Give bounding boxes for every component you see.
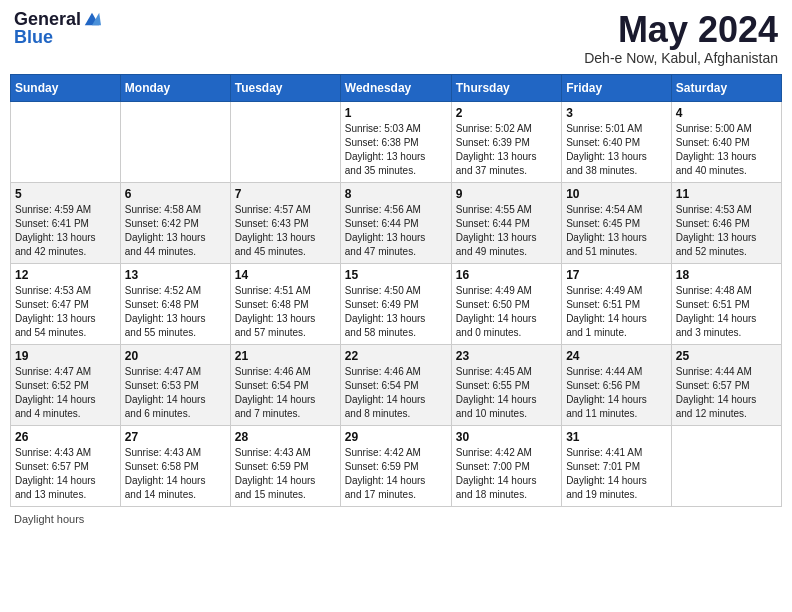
calendar-cell — [120, 101, 230, 182]
day-info: Sunrise: 4:45 AM Sunset: 6:55 PM Dayligh… — [456, 365, 557, 421]
calendar-cell: 8Sunrise: 4:56 AM Sunset: 6:44 PM Daylig… — [340, 182, 451, 263]
day-number: 21 — [235, 349, 336, 363]
calendar-cell: 7Sunrise: 4:57 AM Sunset: 6:43 PM Daylig… — [230, 182, 340, 263]
calendar-cell: 18Sunrise: 4:48 AM Sunset: 6:51 PM Dayli… — [671, 263, 781, 344]
day-info: Sunrise: 4:46 AM Sunset: 6:54 PM Dayligh… — [235, 365, 336, 421]
day-number: 24 — [566, 349, 667, 363]
calendar-day-header: Thursday — [451, 74, 561, 101]
title-area: May 2024 Deh-e Now, Kabul, Afghanistan — [584, 10, 778, 66]
day-info: Sunrise: 5:03 AM Sunset: 6:38 PM Dayligh… — [345, 122, 447, 178]
logo-text-blue: Blue — [14, 28, 53, 46]
calendar-week-row: 19Sunrise: 4:47 AM Sunset: 6:52 PM Dayli… — [11, 344, 782, 425]
day-number: 18 — [676, 268, 777, 282]
calendar-cell: 12Sunrise: 4:53 AM Sunset: 6:47 PM Dayli… — [11, 263, 121, 344]
logo-icon — [83, 12, 101, 26]
calendar-cell: 30Sunrise: 4:42 AM Sunset: 7:00 PM Dayli… — [451, 425, 561, 506]
calendar-cell: 11Sunrise: 4:53 AM Sunset: 6:46 PM Dayli… — [671, 182, 781, 263]
calendar-cell: 31Sunrise: 4:41 AM Sunset: 7:01 PM Dayli… — [562, 425, 672, 506]
calendar-week-row: 12Sunrise: 4:53 AM Sunset: 6:47 PM Dayli… — [11, 263, 782, 344]
day-info: Sunrise: 4:58 AM Sunset: 6:42 PM Dayligh… — [125, 203, 226, 259]
day-number: 7 — [235, 187, 336, 201]
page-header: General Blue May 2024 Deh-e Now, Kabul, … — [10, 10, 782, 66]
calendar-cell: 6Sunrise: 4:58 AM Sunset: 6:42 PM Daylig… — [120, 182, 230, 263]
logo: General Blue — [14, 10, 101, 46]
calendar-cell: 14Sunrise: 4:51 AM Sunset: 6:48 PM Dayli… — [230, 263, 340, 344]
day-number: 20 — [125, 349, 226, 363]
day-info: Sunrise: 4:50 AM Sunset: 6:49 PM Dayligh… — [345, 284, 447, 340]
calendar-cell: 16Sunrise: 4:49 AM Sunset: 6:50 PM Dayli… — [451, 263, 561, 344]
day-info: Sunrise: 4:49 AM Sunset: 6:51 PM Dayligh… — [566, 284, 667, 340]
calendar-cell: 23Sunrise: 4:45 AM Sunset: 6:55 PM Dayli… — [451, 344, 561, 425]
day-info: Sunrise: 4:53 AM Sunset: 6:46 PM Dayligh… — [676, 203, 777, 259]
day-info: Sunrise: 4:42 AM Sunset: 7:00 PM Dayligh… — [456, 446, 557, 502]
calendar-header-row: SundayMondayTuesdayWednesdayThursdayFrid… — [11, 74, 782, 101]
day-info: Sunrise: 5:02 AM Sunset: 6:39 PM Dayligh… — [456, 122, 557, 178]
day-number: 13 — [125, 268, 226, 282]
daylight-label: Daylight hours — [14, 513, 84, 525]
calendar-cell: 15Sunrise: 4:50 AM Sunset: 6:49 PM Dayli… — [340, 263, 451, 344]
calendar-cell: 10Sunrise: 4:54 AM Sunset: 6:45 PM Dayli… — [562, 182, 672, 263]
day-info: Sunrise: 4:41 AM Sunset: 7:01 PM Dayligh… — [566, 446, 667, 502]
day-number: 31 — [566, 430, 667, 444]
calendar-day-header: Friday — [562, 74, 672, 101]
day-info: Sunrise: 5:00 AM Sunset: 6:40 PM Dayligh… — [676, 122, 777, 178]
calendar-cell: 19Sunrise: 4:47 AM Sunset: 6:52 PM Dayli… — [11, 344, 121, 425]
day-info: Sunrise: 4:48 AM Sunset: 6:51 PM Dayligh… — [676, 284, 777, 340]
day-number: 4 — [676, 106, 777, 120]
day-info: Sunrise: 4:57 AM Sunset: 6:43 PM Dayligh… — [235, 203, 336, 259]
calendar-week-row: 1Sunrise: 5:03 AM Sunset: 6:38 PM Daylig… — [11, 101, 782, 182]
calendar-cell: 28Sunrise: 4:43 AM Sunset: 6:59 PM Dayli… — [230, 425, 340, 506]
day-info: Sunrise: 4:47 AM Sunset: 6:52 PM Dayligh… — [15, 365, 116, 421]
calendar-week-row: 5Sunrise: 4:59 AM Sunset: 6:41 PM Daylig… — [11, 182, 782, 263]
calendar-table: SundayMondayTuesdayWednesdayThursdayFrid… — [10, 74, 782, 507]
day-info: Sunrise: 4:42 AM Sunset: 6:59 PM Dayligh… — [345, 446, 447, 502]
day-number: 19 — [15, 349, 116, 363]
calendar-cell: 4Sunrise: 5:00 AM Sunset: 6:40 PM Daylig… — [671, 101, 781, 182]
day-number: 6 — [125, 187, 226, 201]
day-info: Sunrise: 4:43 AM Sunset: 6:58 PM Dayligh… — [125, 446, 226, 502]
calendar-cell: 25Sunrise: 4:44 AM Sunset: 6:57 PM Dayli… — [671, 344, 781, 425]
day-number: 16 — [456, 268, 557, 282]
day-number: 17 — [566, 268, 667, 282]
calendar-cell — [11, 101, 121, 182]
day-number: 27 — [125, 430, 226, 444]
day-info: Sunrise: 4:44 AM Sunset: 6:57 PM Dayligh… — [676, 365, 777, 421]
day-number: 23 — [456, 349, 557, 363]
day-number: 14 — [235, 268, 336, 282]
calendar-day-header: Monday — [120, 74, 230, 101]
day-info: Sunrise: 4:49 AM Sunset: 6:50 PM Dayligh… — [456, 284, 557, 340]
day-info: Sunrise: 4:51 AM Sunset: 6:48 PM Dayligh… — [235, 284, 336, 340]
calendar-day-header: Tuesday — [230, 74, 340, 101]
calendar-cell — [230, 101, 340, 182]
calendar-cell: 9Sunrise: 4:55 AM Sunset: 6:44 PM Daylig… — [451, 182, 561, 263]
day-info: Sunrise: 4:54 AM Sunset: 6:45 PM Dayligh… — [566, 203, 667, 259]
calendar-day-header: Sunday — [11, 74, 121, 101]
day-number: 26 — [15, 430, 116, 444]
day-number: 28 — [235, 430, 336, 444]
calendar-cell: 1Sunrise: 5:03 AM Sunset: 6:38 PM Daylig… — [340, 101, 451, 182]
calendar-cell: 3Sunrise: 5:01 AM Sunset: 6:40 PM Daylig… — [562, 101, 672, 182]
day-number: 3 — [566, 106, 667, 120]
day-info: Sunrise: 4:43 AM Sunset: 6:57 PM Dayligh… — [15, 446, 116, 502]
day-number: 2 — [456, 106, 557, 120]
day-number: 30 — [456, 430, 557, 444]
footer: Daylight hours — [10, 513, 782, 525]
calendar-cell: 20Sunrise: 4:47 AM Sunset: 6:53 PM Dayli… — [120, 344, 230, 425]
day-info: Sunrise: 4:46 AM Sunset: 6:54 PM Dayligh… — [345, 365, 447, 421]
calendar-day-header: Saturday — [671, 74, 781, 101]
calendar-cell — [671, 425, 781, 506]
location: Deh-e Now, Kabul, Afghanistan — [584, 50, 778, 66]
calendar-cell: 17Sunrise: 4:49 AM Sunset: 6:51 PM Dayli… — [562, 263, 672, 344]
day-number: 25 — [676, 349, 777, 363]
day-number: 11 — [676, 187, 777, 201]
day-number: 12 — [15, 268, 116, 282]
calendar-cell: 5Sunrise: 4:59 AM Sunset: 6:41 PM Daylig… — [11, 182, 121, 263]
day-info: Sunrise: 4:43 AM Sunset: 6:59 PM Dayligh… — [235, 446, 336, 502]
day-info: Sunrise: 4:44 AM Sunset: 6:56 PM Dayligh… — [566, 365, 667, 421]
calendar-cell: 29Sunrise: 4:42 AM Sunset: 6:59 PM Dayli… — [340, 425, 451, 506]
calendar-cell: 22Sunrise: 4:46 AM Sunset: 6:54 PM Dayli… — [340, 344, 451, 425]
day-number: 5 — [15, 187, 116, 201]
day-number: 8 — [345, 187, 447, 201]
day-number: 1 — [345, 106, 447, 120]
calendar-cell: 2Sunrise: 5:02 AM Sunset: 6:39 PM Daylig… — [451, 101, 561, 182]
